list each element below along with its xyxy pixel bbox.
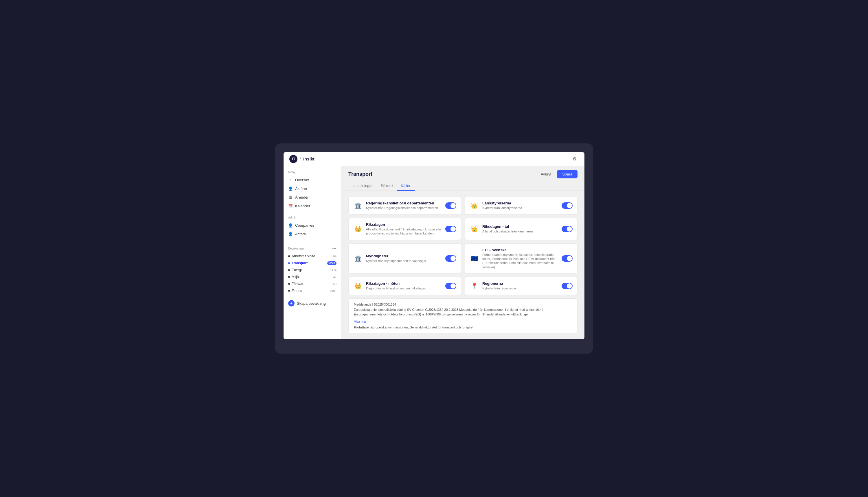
admin-section: Admin 👤 Companies 👤 Actors: [284, 216, 341, 238]
logo-slash: /: [300, 157, 301, 161]
sidebar-item-overview[interactable]: ⌂ Översikt: [284, 175, 341, 184]
source-icon-4: 🏛️: [353, 254, 362, 263]
source-left-5: 🇪🇺 EU – svenska Förberedande dokument, r…: [470, 248, 562, 269]
source-left: 🏛️ Regeringskansliet och departementen N…: [353, 201, 445, 210]
source-card-lansstyrelserna: 👑 Länsstyrelserna Nyheter från länsstyre…: [465, 197, 578, 214]
source-name-5: EU – svenska: [482, 248, 562, 252]
source-icon-1: 👑: [470, 201, 479, 210]
source-info-4: Myndigheter Nyheter från myndigheter och…: [366, 254, 445, 263]
sidebar-bottom: + Skapa bevakning: [284, 294, 341, 312]
author-label: Författare:: [354, 326, 370, 329]
toggle-2[interactable]: [445, 226, 456, 232]
save-button[interactable]: Spara: [557, 170, 578, 179]
app-title: Insikt: [303, 156, 315, 161]
content-area: Transport Avbryt Spara Inställningar Sök…: [341, 166, 584, 339]
bevakningar-more-icon[interactable]: •••: [332, 246, 336, 251]
people-icon: 👤: [288, 186, 293, 191]
toggle-6[interactable]: [445, 283, 456, 289]
content-body: 🏛️ Regeringskansliet och departementen N…: [341, 191, 584, 339]
bevakning-forsvar[interactable]: Försvar 559: [284, 281, 341, 287]
plus-icon: +: [288, 300, 294, 307]
sidebar-arenden-label: Ärenden: [295, 195, 309, 199]
toggle-1[interactable]: [562, 202, 573, 209]
tab-kallor[interactable]: Källor: [397, 181, 414, 191]
grid-icon: ▦: [288, 195, 293, 199]
companies-icon: 👤: [288, 223, 293, 228]
tab-installningar[interactable]: Inställningar: [348, 181, 377, 191]
admin-label: Admin: [284, 216, 341, 221]
sidebar-item-kalender[interactable]: 📅 Kalender: [284, 201, 341, 210]
source-desc-3: Alla tal och debatter från kammaren.: [482, 229, 562, 233]
toggle-3[interactable]: [562, 226, 573, 232]
sidebar-item-aktorer[interactable]: 👤 Aktörer: [284, 184, 341, 193]
source-card-regionerna: 📍 Regionerna Nyheter från regionerna: [465, 277, 578, 295]
sidebar-aktorer-label: Aktörer: [295, 186, 307, 191]
source-name-1: Länsstyrelserna: [482, 201, 562, 205]
count-forsvar: 559: [332, 283, 336, 286]
source-info-1: Länsstyrelserna Nyheter från länsstyrels…: [482, 201, 562, 210]
bevakning-energi[interactable]: Energi 1474: [284, 267, 341, 273]
calendar-icon: 📅: [288, 203, 293, 208]
source-desc-4: Nyheter från myndigheter och förvaltning…: [366, 259, 445, 263]
sidebar-item-actors[interactable]: 👤 Actors: [284, 230, 341, 238]
tab-sokord[interactable]: Sökord: [377, 181, 397, 191]
sidebar-item-companies[interactable]: 👤 Companies: [284, 221, 341, 230]
source-desc-2: Alla offentliga dokument från riksdagen,…: [366, 227, 445, 236]
toggle-0[interactable]: [445, 202, 456, 209]
sidebar-item-arenden[interactable]: ▦ Ärenden: [284, 193, 341, 201]
sidebar: Meny ⌂ Översikt 👤 Aktörer ▦ Ärenden 📅: [284, 166, 341, 339]
preview-card: Meddelande | 52025XC01364 Europeiska uni…: [348, 298, 578, 333]
source-desc-7: Nyheter från regionerna: [482, 286, 562, 290]
source-name-0: Regeringskansliet och departementen: [366, 201, 445, 205]
source-left-3: 👑 Riksdagen - tal Alla tal och debatter …: [470, 224, 562, 233]
source-name-6: Riksdagen - möten: [366, 281, 445, 286]
sources-grid: 🏛️ Regeringskansliet och departementen N…: [348, 197, 578, 295]
create-bevakning-button[interactable]: + Skapa bevakning: [284, 297, 341, 309]
source-left-2: 👑 Riksdagen Alla offentliga dokument frå…: [353, 222, 445, 236]
nav-section: Meny ⌂ Översikt 👤 Aktörer ▦ Ärenden 📅: [284, 171, 341, 210]
toggle-7[interactable]: [562, 283, 573, 289]
author-value: Europeiska kommissionen, Generaldirektor…: [371, 326, 473, 329]
main-layout: Meny ⌂ Översikt 👤 Aktörer ▦ Ärenden 📅: [284, 166, 584, 339]
source-left-1: 👑 Länsstyrelserna Nyheter från länsstyre…: [470, 201, 562, 210]
source-name-7: Regionerna: [482, 281, 562, 286]
preview-text: Europeiska unionens officiella tidning S…: [354, 307, 572, 317]
sidebar-companies-label: Companies: [295, 223, 314, 228]
source-info-2: Riksdagen Alla offentliga dokument från …: [366, 222, 445, 236]
bevakning-arbetsmarknad[interactable]: Arbetsmarknad 364: [284, 253, 341, 260]
count-finans: 2101: [330, 289, 336, 293]
source-icon-3: 👑: [470, 224, 479, 233]
source-desc-6: Dagordningar till utskottsmöten i riksda…: [366, 286, 445, 290]
source-left-7: 📍 Regionerna Nyheter från regionerna: [470, 281, 562, 290]
preview-author: Författare: Europeiska kommissionen, Gen…: [354, 326, 572, 329]
home-icon: ⌂: [288, 178, 293, 182]
bevakning-miljo[interactable]: Miljö 1647: [284, 273, 341, 281]
toggle-5[interactable]: [562, 255, 573, 262]
cancel-button[interactable]: Avbryt: [538, 170, 554, 178]
menu-label: Meny: [284, 171, 341, 175]
preview-link[interactable]: Visa mer: [354, 320, 366, 323]
bevakning-transport[interactable]: Transport 2220: [284, 260, 341, 267]
create-label: Skapa bevakning: [297, 301, 326, 306]
source-card-regeringskansliet: 🏛️ Regeringskansliet och departementen N…: [348, 197, 461, 214]
toggle-4[interactable]: [445, 255, 456, 262]
settings-icon[interactable]: ⚙: [570, 155, 579, 163]
bevakning-finans[interactable]: Finans 2101: [284, 287, 341, 294]
source-info-0: Regeringskansliet och departementen Nyhe…: [366, 201, 445, 210]
source-icon-0: 🏛️: [353, 201, 362, 210]
sidebar-actors-label: Actors: [295, 232, 306, 236]
source-card-myndigheter: 🏛️ Myndigheter Nyheter från myndigheter …: [348, 243, 461, 273]
header-actions: Avbryt Spara: [538, 170, 578, 179]
source-card-riksdagen: 👑 Riksdagen Alla offentliga dokument frå…: [348, 218, 461, 240]
source-card-riksdagen-moten: 👑 Riksdagen - möten Dagordningar till ut…: [348, 277, 461, 295]
source-name-2: Riksdagen: [366, 222, 445, 227]
source-info-7: Regionerna Nyheter från regionerna: [482, 281, 562, 290]
sidebar-overview-label: Översikt: [295, 178, 309, 182]
source-card-riksdagen-tal: 👑 Riksdagen - tal Alla tal och debatter …: [465, 218, 578, 240]
preview-tag: Meddelande | 52025XC01364: [354, 303, 572, 306]
count-transport: 2220: [327, 261, 336, 265]
top-bar: TT / Insikt ⚙: [284, 152, 584, 166]
bevakningar-section: Bevakningar ••• Arbetsmarknad 364 Transp…: [284, 244, 341, 294]
source-icon-6: 👑: [353, 281, 362, 290]
content-header-top: Transport Avbryt Spara: [348, 170, 578, 179]
